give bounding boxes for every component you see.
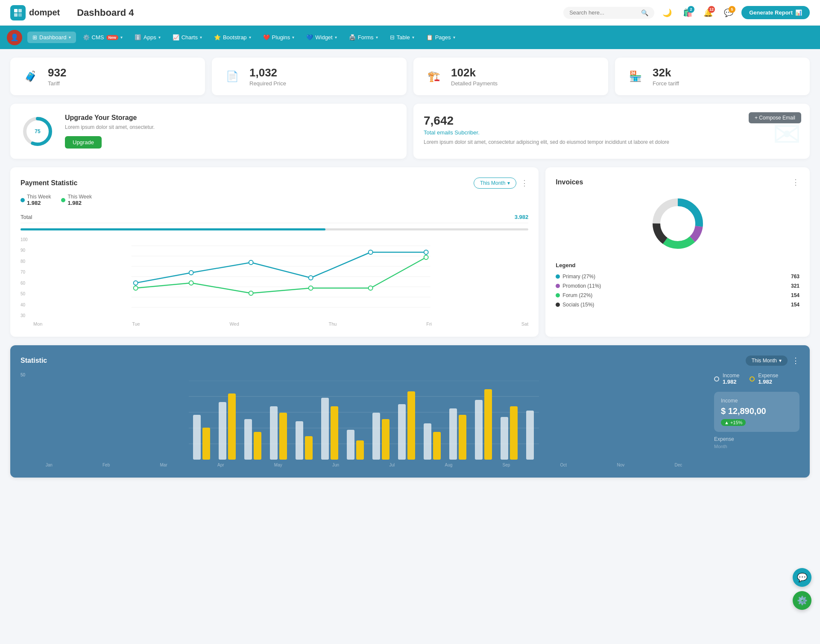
svg-rect-36 bbox=[202, 428, 210, 460]
expense-dot bbox=[750, 376, 755, 382]
message-icon[interactable]: 💬5 bbox=[721, 5, 736, 20]
page-title: Dashboard 4 bbox=[77, 7, 563, 18]
this-month-button[interactable]: This Month ▾ bbox=[474, 178, 516, 189]
stat-sidebar: Income 1.982 Expense 1.982 Income $ bbox=[714, 373, 800, 467]
price-label: Required Price bbox=[249, 80, 286, 87]
dark-mode-toggle[interactable]: 🌙 bbox=[659, 5, 675, 20]
svg-rect-37 bbox=[219, 402, 226, 460]
logo: dompet bbox=[10, 5, 60, 20]
svg-point-24 bbox=[424, 255, 428, 259]
payment-progress-bar bbox=[20, 228, 528, 230]
svg-point-14 bbox=[189, 271, 193, 275]
svg-rect-45 bbox=[321, 398, 329, 460]
invoices-dots-menu[interactable]: ⋮ bbox=[792, 178, 800, 187]
chevron-down-icon: ▾ bbox=[200, 35, 202, 40]
svg-rect-60 bbox=[510, 406, 518, 460]
stat-card-force: 🏪 32k Force tariff bbox=[615, 58, 810, 95]
storage-title: Upgrade Your Storage bbox=[65, 114, 155, 122]
upgrade-button[interactable]: Upgrade bbox=[65, 136, 102, 149]
statistic-controls: This Month ▾ ⋮ bbox=[746, 356, 800, 366]
legend-title: Legend bbox=[556, 262, 800, 268]
tariff-icon: 🧳 bbox=[20, 66, 41, 87]
search-bar[interactable]: 🔍 bbox=[563, 7, 654, 19]
email-count: 7,642 bbox=[424, 114, 800, 128]
total-row: Total 3.982 bbox=[20, 211, 528, 223]
legend-dot-0 bbox=[20, 198, 25, 202]
widget-icon: 💙 bbox=[306, 34, 313, 41]
search-input[interactable] bbox=[569, 9, 638, 16]
dashboard-icon: ⊞ bbox=[32, 34, 37, 41]
cart-icon[interactable]: 🛍️2 bbox=[680, 5, 695, 20]
income-box-value: $ 12,890,00 bbox=[721, 406, 793, 416]
income-badge: ▲ +15% bbox=[721, 419, 746, 426]
chevron-down-icon: ▾ bbox=[158, 35, 161, 40]
income-dot bbox=[714, 376, 719, 382]
invoices-legend-list: Primary (27%) 763 Promotion (11%) 321 Fo… bbox=[556, 272, 800, 309]
stat-card-payments: 🏗️ 102k Detalled Payments bbox=[413, 58, 608, 95]
message-badge: 5 bbox=[729, 6, 735, 13]
statistic-card: Statistic This Month ▾ ⋮ 50 bbox=[10, 345, 810, 478]
nav-item-table[interactable]: ⊟ Table ▾ bbox=[385, 32, 419, 43]
notification-icon[interactable]: 🔔12 bbox=[700, 5, 716, 20]
month-label: Month bbox=[714, 444, 800, 449]
invoices-card: Invoices ⋮ Lege bbox=[545, 167, 810, 337]
nav-item-bootstrap[interactable]: ⭐ Bootstrap ▾ bbox=[209, 32, 256, 43]
force-label: Force tariff bbox=[653, 80, 679, 87]
payments-value: 102k bbox=[451, 66, 498, 79]
svg-rect-53 bbox=[424, 423, 431, 460]
statistic-header: Statistic This Month ▾ ⋮ bbox=[20, 356, 800, 366]
list-item: Promotion (11%) 321 bbox=[556, 281, 800, 291]
price-icon: 📄 bbox=[222, 66, 243, 87]
force-value: 32k bbox=[653, 66, 679, 79]
nav-item-cms[interactable]: ⚙️ CMS New ▾ bbox=[78, 32, 128, 43]
nav-item-dashboard[interactable]: ⊞ Dashboard ▾ bbox=[27, 32, 76, 43]
dots-menu-icon[interactable]: ⋮ bbox=[521, 178, 528, 188]
email-desc: Lorem ipsum dolor sit amet, consectetur … bbox=[424, 139, 800, 145]
legend-item-0: This Week 1.982 bbox=[20, 194, 51, 206]
svg-rect-54 bbox=[433, 432, 441, 460]
header: dompet Dashboard 4 🔍 🌙 🛍️2 🔔12 💬5 Genera… bbox=[0, 0, 820, 26]
svg-point-19 bbox=[134, 286, 138, 290]
price-value: 1,032 bbox=[249, 66, 286, 79]
svg-point-21 bbox=[249, 291, 253, 295]
svg-rect-52 bbox=[407, 391, 415, 460]
bar-x-labels: JanFebMarAprMayJunJulAugSepOctNovDec bbox=[20, 463, 707, 467]
invoices-header: Invoices ⋮ bbox=[556, 178, 800, 187]
nav-avatar: 👤 bbox=[7, 30, 22, 45]
income-expense-row: Income 1.982 Expense 1.982 bbox=[714, 373, 800, 385]
svg-point-22 bbox=[309, 286, 313, 290]
header-right: 🔍 🌙 🛍️2 🔔12 💬5 Generate Report 📊 bbox=[563, 5, 810, 20]
chevron-down-icon: ▾ bbox=[120, 35, 123, 40]
chevron-down-icon: ▾ bbox=[69, 35, 71, 40]
svg-rect-3 bbox=[18, 13, 22, 17]
chevron-down-icon: ▾ bbox=[453, 35, 455, 40]
forms-icon: 🖨️ bbox=[349, 34, 356, 41]
legend-item-1: This Week 1.982 bbox=[61, 194, 91, 206]
svg-rect-40 bbox=[254, 432, 261, 460]
svg-rect-44 bbox=[305, 436, 313, 460]
svg-rect-39 bbox=[244, 419, 252, 460]
legend-color-promotion bbox=[556, 284, 560, 288]
main-nav: 👤 ⊞ Dashboard ▾ ⚙️ CMS New ▾ ℹ️ Apps ▾ 📈… bbox=[0, 26, 820, 49]
svg-rect-51 bbox=[398, 404, 406, 460]
svg-rect-1 bbox=[18, 9, 22, 12]
svg-point-18 bbox=[424, 250, 428, 254]
statistic-dots-menu[interactable]: ⋮ bbox=[792, 356, 800, 365]
svg-point-23 bbox=[369, 286, 373, 290]
nav-item-charts[interactable]: 📈 Charts ▾ bbox=[167, 32, 207, 43]
svg-rect-56 bbox=[459, 415, 466, 460]
svg-point-17 bbox=[369, 250, 373, 254]
stat-card-price: 📄 1,032 Required Price bbox=[212, 58, 407, 95]
nav-item-widget[interactable]: 💙 Widget ▾ bbox=[301, 32, 342, 43]
svg-point-13 bbox=[134, 281, 138, 285]
nav-item-forms[interactable]: 🖨️ Forms ▾ bbox=[344, 32, 383, 43]
list-item: Forum (22%) 154 bbox=[556, 291, 800, 300]
payments-label: Detalled Payments bbox=[451, 80, 498, 87]
nav-item-plugins[interactable]: ❤️ Plugins ▾ bbox=[258, 32, 300, 43]
statistic-this-month-button[interactable]: This Month ▾ bbox=[746, 356, 788, 366]
generate-report-button[interactable]: Generate Report 📊 bbox=[741, 6, 810, 19]
nav-item-pages[interactable]: 📋 Pages ▾ bbox=[421, 32, 460, 43]
legend-color-socials bbox=[556, 303, 560, 307]
nav-item-apps[interactable]: ℹ️ Apps ▾ bbox=[129, 32, 166, 43]
chevron-down-icon: ▾ bbox=[292, 35, 294, 40]
